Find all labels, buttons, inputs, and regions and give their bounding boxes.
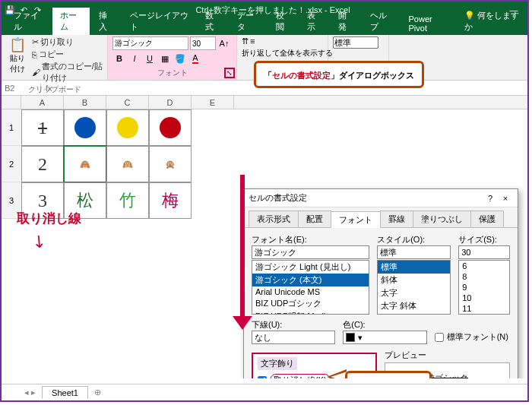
cut-button[interactable]: ✂ 切り取り — [32, 36, 103, 48]
col-C[interactable]: C — [106, 96, 149, 109]
row-1[interactable]: 1 — [2, 109, 21, 146]
font-dialog-launcher[interactable]: ⤡ — [224, 68, 235, 78]
size-list[interactable]: 6 8 9 10 11 — [458, 260, 510, 315]
formatpainter-label: 書式のコピー/貼り付け — [42, 61, 103, 84]
dialog-title: セルの書式設定 — [249, 192, 307, 204]
dtab-protect[interactable]: 保護 — [470, 210, 504, 227]
font-name-select[interactable] — [112, 36, 188, 50]
tab-insert[interactable]: 挿入 — [91, 8, 121, 35]
style-input[interactable] — [377, 245, 451, 259]
col-B[interactable]: B — [64, 96, 106, 109]
list-item[interactable]: 9 — [459, 282, 509, 293]
dtab-alignment[interactable]: 配置 — [298, 210, 331, 227]
list-item[interactable]: 標準 — [378, 261, 450, 274]
tab-help[interactable]: ヘルプ — [363, 8, 400, 35]
cell-D1[interactable] — [149, 109, 192, 146]
cell-B1[interactable] — [64, 109, 106, 146]
underline-button[interactable]: U — [143, 52, 157, 65]
callout-check-strikethrough: ［取り消し線］に を入れる — [345, 371, 432, 378]
list-item[interactable]: 太字 斜体 — [378, 299, 450, 312]
col-E[interactable]: E — [192, 96, 234, 109]
increase-font-icon[interactable]: A↑ — [217, 36, 231, 50]
dtab-border[interactable]: 罫線 — [380, 210, 413, 227]
style-list[interactable]: 標準 斜体 太字 太字 斜体 — [377, 260, 451, 315]
cell-A2[interactable]: 2 — [21, 146, 64, 182]
see-no-evil-icon: 🙈 — [80, 160, 90, 169]
select-all-corner[interactable] — [2, 96, 21, 109]
list-item[interactable]: 11 — [459, 303, 509, 314]
wrap-text-button[interactable]: 折り返して全体を表示する — [242, 48, 333, 59]
tab-tellme[interactable]: 💡 何をしますか — [457, 8, 527, 35]
sheet-nav-icon[interactable]: ◂ ▸ — [24, 388, 36, 397]
tab-dev[interactable]: 開発 — [331, 8, 360, 35]
sheet-tab[interactable]: Sheet1 — [42, 386, 88, 399]
border-button[interactable]: ▦ — [158, 52, 172, 65]
cell-D3[interactable]: 梅 — [149, 182, 192, 219]
tab-home[interactable]: ホーム — [52, 8, 90, 35]
annotation-strikethrough: 取り消し線 — [17, 210, 81, 227]
tab-powerpivot[interactable]: Power Pivot — [401, 12, 456, 35]
list-item[interactable]: 6 — [459, 261, 509, 271]
cell-D2[interactable]: 🙊 — [149, 146, 192, 182]
cell-A1[interactable]: 1 — [21, 109, 64, 146]
cell-B2[interactable]: 🙈 — [64, 146, 106, 182]
color-select[interactable]: ▾ — [343, 331, 426, 344]
tab-data[interactable]: データ — [230, 8, 267, 35]
size-label: サイズ(S): — [458, 234, 510, 245]
cell-C2[interactable]: 🙉 — [106, 146, 149, 182]
fillcolor-button[interactable]: 🪣 — [173, 52, 187, 65]
row-2[interactable]: 2 — [2, 146, 21, 182]
list-item[interactable]: Arial Unicode MS — [252, 286, 369, 297]
dtab-number[interactable]: 表示形式 — [249, 210, 299, 227]
number-format-select[interactable] — [333, 36, 378, 49]
fontname-input[interactable] — [252, 245, 369, 259]
list-item[interactable]: 游ゴシック Light (見出し) — [252, 261, 369, 274]
dtab-font[interactable]: フォント — [331, 211, 381, 228]
copy-label: コピー — [39, 49, 64, 60]
cell-C3[interactable]: 竹 — [106, 182, 149, 219]
list-item[interactable]: 太字 — [378, 286, 450, 299]
fontname-list[interactable]: 游ゴシック Light (見出し) 游ゴシック (本文) Arial Unico… — [252, 260, 369, 315]
list-item[interactable]: 10 — [459, 293, 509, 303]
preview-label: プレビュー — [385, 350, 510, 361]
font-size-select[interactable] — [190, 36, 216, 50]
tab-review[interactable]: 校閲 — [268, 8, 298, 35]
tab-file[interactable]: ファイル — [6, 8, 51, 35]
col-D[interactable]: D — [149, 96, 192, 109]
bold-button[interactable]: B — [112, 52, 126, 65]
arrow-icon: ↘ — [27, 229, 51, 252]
list-item[interactable]: BIZ UDP明朝 Medium — [252, 310, 369, 315]
callout-format-dialog: 「セルの書式設定」ダイアログボックス — [254, 61, 424, 88]
align-middle-icon[interactable]: ≡ — [250, 36, 255, 46]
size-input[interactable] — [458, 245, 510, 259]
formatpainter-button[interactable]: 🖌 書式のコピー/貼り付け — [32, 61, 103, 84]
style-label: スタイル(O): — [377, 234, 451, 245]
tab-pagelayout[interactable]: ページレイアウト — [122, 8, 196, 35]
paste-label: 貼り付け — [6, 53, 29, 74]
dialog-close-button[interactable]: × — [498, 194, 513, 203]
list-item[interactable]: 游ゴシック (本文) — [252, 274, 369, 286]
effects-label: 文字飾り — [258, 357, 297, 370]
paste-icon[interactable]: 📋 — [6, 36, 29, 53]
callout2-tail — [327, 369, 347, 378]
dialog-help-button[interactable]: ? — [483, 194, 498, 203]
copy-button[interactable]: ⎘ コピー — [32, 49, 103, 60]
hear-no-evil-icon: 🙉 — [122, 160, 133, 169]
align-top-icon[interactable]: ⇈ — [242, 36, 249, 46]
tab-formulas[interactable]: 数式 — [198, 8, 227, 35]
list-item[interactable]: 斜体 — [378, 274, 450, 286]
list-item[interactable]: 8 — [459, 271, 509, 282]
italic-button[interactable]: I — [128, 52, 141, 65]
fontcolor-button[interactable]: A — [188, 52, 202, 65]
preview-text: 游ゴシック — [426, 372, 468, 379]
dtab-fill[interactable]: 塗りつぶし — [413, 210, 471, 227]
underline-select[interactable] — [252, 331, 335, 344]
speak-no-evil-icon: 🙊 — [165, 160, 176, 169]
list-item[interactable]: BIZ UDPゴシック — [252, 297, 369, 310]
cell-C1[interactable] — [106, 109, 149, 146]
color-swatch-icon — [346, 333, 355, 342]
standard-font-checkbox[interactable]: 標準フォント(N) — [435, 331, 510, 343]
tab-view[interactable]: 表示 — [299, 8, 329, 35]
new-sheet-icon[interactable]: ⊕ — [94, 388, 101, 397]
col-A[interactable]: A — [21, 96, 64, 109]
